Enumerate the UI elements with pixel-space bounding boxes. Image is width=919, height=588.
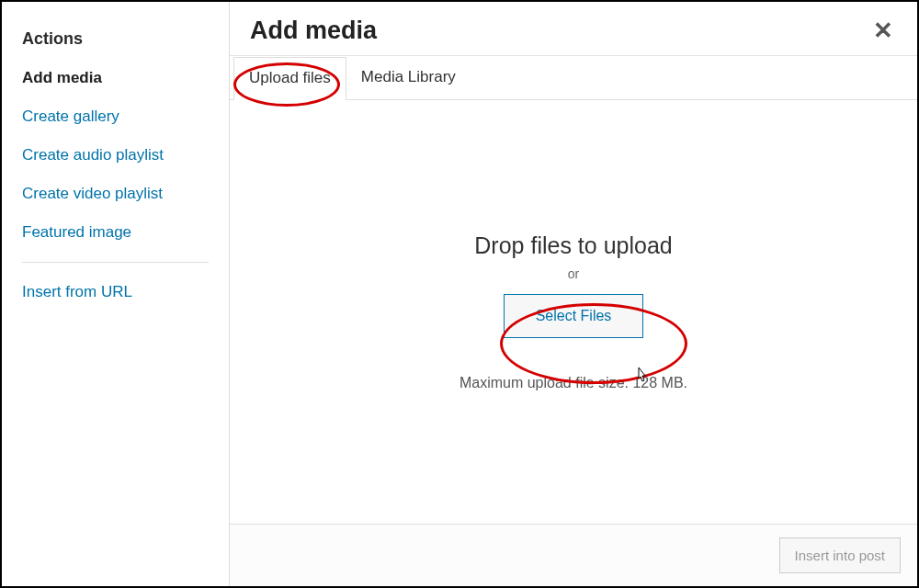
insert-into-post-button[interactable]: Insert into post [779, 537, 901, 573]
sidebar-item-featured-image[interactable]: Featured image [22, 223, 209, 242]
sidebar-item-create-gallery[interactable]: Create gallery [22, 107, 209, 126]
media-modal: Actions Add media Create gallery Create … [0, 0, 919, 588]
sidebar-heading: Actions [22, 29, 209, 49]
upload-drop-zone[interactable]: Drop files to upload or Select Files Max… [230, 100, 917, 524]
sidebar-item-label: Add media [22, 69, 102, 86]
sidebar-separator [22, 262, 209, 263]
media-tabs: Upload files Media Library [230, 56, 917, 100]
select-files-button[interactable]: Select Files [504, 294, 644, 338]
sidebar-item-create-audio-playlist[interactable]: Create audio playlist [22, 146, 209, 164]
sidebar-item-insert-from-url[interactable]: Insert from URL [22, 283, 209, 301]
close-icon[interactable]: ✕ [869, 15, 897, 46]
modal-footer: Insert into post [230, 524, 917, 586]
sidebar-item-add-media[interactable]: Add media [22, 69, 209, 87]
modal-header: Add media ✕ [230, 2, 917, 56]
main-panel: Add media ✕ Upload files Media Library D… [230, 2, 917, 586]
tab-upload-files[interactable]: Upload files [233, 57, 346, 100]
sidebar-item-label: Create video playlist [22, 185, 163, 202]
tab-media-library[interactable]: Media Library [346, 57, 471, 100]
sidebar-item-create-video-playlist[interactable]: Create video playlist [22, 185, 209, 203]
actions-sidebar: Actions Add media Create gallery Create … [2, 2, 230, 586]
sidebar-item-label: Create gallery [22, 107, 119, 125]
upload-size-hint: Maximum upload file size: 128 MB. [460, 375, 687, 391]
modal-title: Add media [250, 17, 377, 45]
sidebar-item-label: Featured image [22, 223, 131, 241]
drop-or: or [568, 266, 579, 281]
sidebar-item-label: Create audio playlist [22, 146, 164, 164]
tab-label: Upload files [249, 69, 331, 86]
tab-label: Media Library [361, 68, 456, 85]
drop-title: Drop files to upload [474, 232, 672, 259]
sidebar-item-label: Insert from URL [22, 283, 132, 300]
